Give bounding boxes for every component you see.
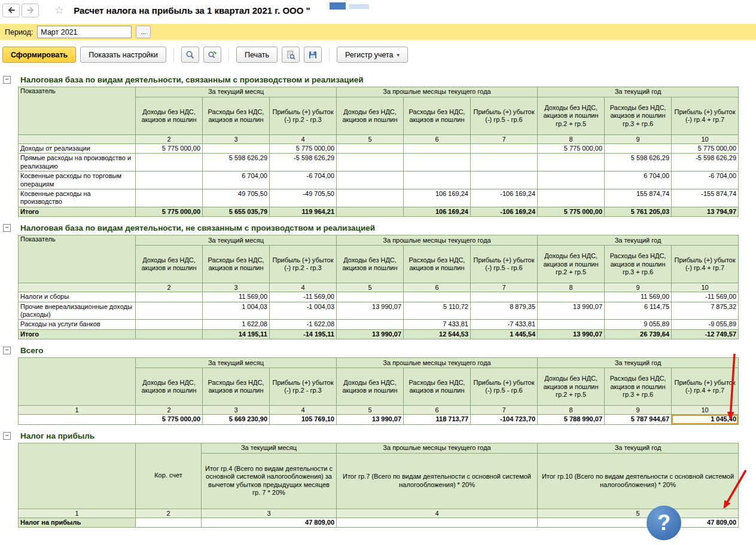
cell[interactable]	[136, 302, 203, 320]
cell[interactable]: 5 669 230,90	[203, 415, 270, 424]
cell[interactable]: 6 114,75	[605, 302, 672, 320]
register-menu-button[interactable]: Регистр учета ▾	[337, 47, 408, 63]
cell[interactable]: 12 544,53	[404, 329, 471, 339]
cell[interactable]: 11 569,00	[605, 292, 672, 302]
cell[interactable]: 1 004,03	[203, 302, 270, 320]
cell[interactable]: 5 788 990,07	[538, 415, 605, 424]
cell[interactable]: 13 990,07	[337, 302, 404, 320]
cell[interactable]: 1 622,08	[203, 320, 270, 329]
cell[interactable]: -7 433,81	[471, 320, 538, 329]
cell[interactable]: 1 445,54	[471, 329, 538, 339]
cell[interactable]	[471, 144, 538, 154]
cell[interactable]: 5 775 000,00	[136, 207, 203, 216]
row-label[interactable]: Прямые расходы на производство и реализа…	[19, 154, 136, 172]
cell[interactable]: 47 809,00	[202, 518, 337, 527]
cell[interactable]	[337, 207, 404, 216]
cell[interactable]: 14 195,11	[203, 329, 270, 339]
cell[interactable]	[136, 189, 203, 207]
cell[interactable]: -9 055,89	[672, 320, 739, 329]
generate-button[interactable]: Сформировать	[2, 47, 76, 63]
cell[interactable]: 11 569,00	[203, 292, 270, 302]
cell[interactable]: 6 704,00	[203, 172, 270, 189]
collapse-toggle-icon[interactable]: −	[3, 224, 11, 232]
cell[interactable]	[136, 320, 203, 329]
cell[interactable]: -106 169,24	[471, 207, 538, 216]
cell[interactable]: 5 761 205,03	[605, 207, 672, 216]
cell[interactable]	[538, 292, 605, 302]
cell[interactable]	[538, 172, 605, 189]
cell[interactable]: -6 704,00	[672, 172, 739, 189]
cell[interactable]: -1 004,03	[270, 302, 337, 320]
cell[interactable]	[136, 172, 203, 189]
cell[interactable]	[136, 292, 203, 302]
row-label[interactable]: Доходы от реализации	[19, 144, 136, 154]
search-button[interactable]	[181, 47, 199, 63]
cell[interactable]: -106 169,24	[471, 189, 538, 207]
cell[interactable]: 5 655 035,79	[203, 207, 270, 216]
save-button[interactable]	[304, 47, 322, 63]
cell[interactable]: 49 705,50	[203, 189, 270, 207]
cell[interactable]	[136, 329, 203, 339]
cell[interactable]	[337, 189, 404, 207]
cell[interactable]	[337, 320, 404, 329]
cell[interactable]: 8 879,35	[471, 302, 538, 320]
cell[interactable]: 26 739,64	[605, 329, 672, 339]
cell[interactable]: 7 433,81	[404, 320, 471, 329]
period-more-button[interactable]: ...	[136, 26, 151, 38]
cell[interactable]	[136, 518, 202, 527]
cell[interactable]: -155 874,74	[672, 189, 739, 207]
cell[interactable]: -12 749,57	[672, 329, 739, 339]
cell[interactable]	[337, 518, 538, 527]
row-label[interactable]: Расходы на услуги банков	[19, 320, 136, 329]
cell[interactable]: 5 775 000,00	[538, 144, 605, 154]
cell[interactable]: 106 169,24	[404, 207, 471, 216]
cell[interactable]	[471, 292, 538, 302]
cell[interactable]	[538, 189, 605, 207]
cell[interactable]	[538, 154, 605, 172]
cell[interactable]	[404, 154, 471, 172]
cell[interactable]: -5 598 626,29	[672, 154, 739, 172]
cell[interactable]: 5 775 000,00	[270, 144, 337, 154]
cell[interactable]: 5 787 944,67	[605, 415, 672, 424]
period-input[interactable]	[37, 26, 132, 38]
back-button[interactable]	[2, 4, 20, 17]
cell[interactable]: 7 875,32	[672, 302, 739, 320]
favorite-star-icon[interactable]: ☆	[54, 5, 64, 16]
cell[interactable]: 13 990,07	[538, 329, 605, 339]
print-preview-button[interactable]	[282, 47, 300, 63]
collapse-toggle-icon[interactable]: −	[3, 76, 11, 84]
cell[interactable]: 106 169,24	[404, 189, 471, 207]
cell[interactable]: -11 569,00	[270, 292, 337, 302]
forward-button[interactable]	[22, 4, 39, 17]
search-next-button[interactable]	[203, 47, 221, 63]
cell[interactable]: 13 990,07	[337, 329, 404, 339]
row-label[interactable]: Косвенные расходы на производство	[19, 189, 136, 207]
collapse-toggle-icon[interactable]: −	[3, 347, 11, 354]
cell[interactable]: -5 598 626,29	[270, 154, 337, 172]
row-label[interactable]: Итого	[19, 329, 136, 339]
cell[interactable]	[538, 320, 605, 329]
cell[interactable]: 5 110,72	[404, 302, 471, 320]
cell[interactable]: -104 723,70	[471, 415, 538, 424]
cell[interactable]: 5 775 000,00	[538, 207, 605, 216]
cell[interactable]	[136, 154, 203, 172]
cell[interactable]: 6 704,00	[605, 172, 672, 189]
cell[interactable]: 13 990,07	[337, 415, 404, 424]
cell[interactable]	[337, 172, 404, 189]
selected-cell[interactable]: 1 045,40	[672, 415, 739, 424]
cell[interactable]: 47 809,00	[538, 518, 739, 527]
cell[interactable]: 5 598 626,29	[605, 154, 672, 172]
cell[interactable]: -11 569,00	[672, 292, 739, 302]
cell[interactable]	[471, 172, 538, 189]
cell[interactable]: 118 713,77	[404, 415, 471, 424]
cell[interactable]: -6 704,00	[270, 172, 337, 189]
cell[interactable]: 119 964,21	[270, 207, 337, 216]
cell[interactable]: -49 705,50	[270, 189, 337, 207]
cell[interactable]: 155 874,74	[605, 189, 672, 207]
cell[interactable]	[404, 292, 471, 302]
row-label[interactable]: Прочие внереализационные доходы (расходы…	[19, 302, 136, 320]
cell[interactable]: 5 775 000,00	[136, 144, 203, 154]
row-label[interactable]: Косвенные расходы по торговым операциям	[19, 172, 136, 189]
cell[interactable]: 5 598 626,29	[203, 154, 270, 172]
cell[interactable]: 9 055,89	[605, 320, 672, 329]
